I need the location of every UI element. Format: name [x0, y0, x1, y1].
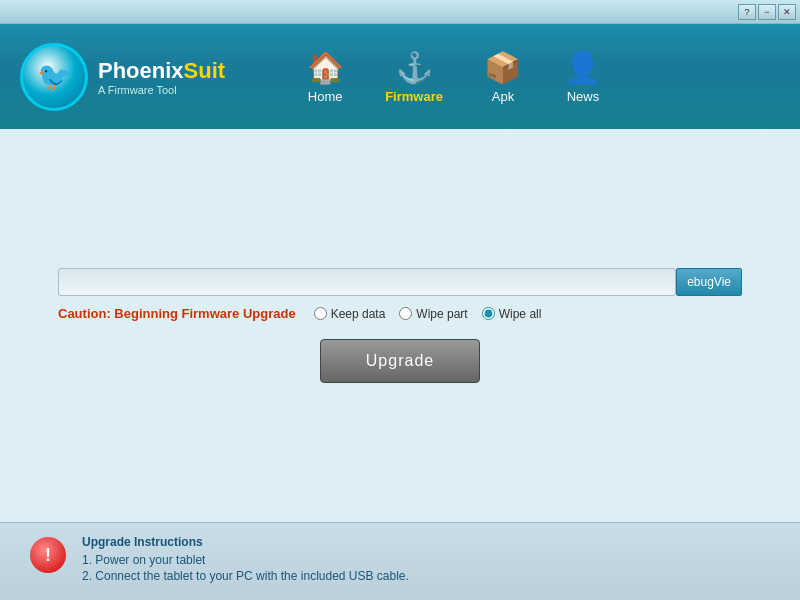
- info-line-1: 1. Power on your tablet: [82, 553, 409, 567]
- info-line-2: 2. Connect the tablet to your PC with th…: [82, 569, 409, 583]
- logo-area: 🐦 PhoenixSuit A Firmware Tool: [20, 43, 225, 111]
- nav-firmware[interactable]: ⚓ Firmware: [365, 42, 463, 112]
- wipe-options: Keep data Wipe part Wipe all: [314, 307, 542, 321]
- wipe-part-radio[interactable]: [399, 307, 412, 320]
- nav-news[interactable]: 👤 News: [543, 42, 623, 112]
- brand-suit: Suit: [184, 58, 226, 83]
- news-icon: 👤: [564, 50, 601, 85]
- nav-home-label: Home: [308, 89, 343, 104]
- home-icon: 🏠: [307, 50, 344, 85]
- info-title: Upgrade Instructions: [82, 535, 409, 549]
- firmware-input-row: ebugVie: [58, 268, 742, 296]
- nav-home[interactable]: 🏠 Home: [285, 42, 365, 112]
- keep-data-label: Keep data: [331, 307, 386, 321]
- wipe-part-label: Wipe part: [416, 307, 467, 321]
- logo-icon: 🐦: [20, 43, 88, 111]
- close-button[interactable]: ✕: [778, 4, 796, 20]
- options-row: Caution: Beginning Firmware Upgrade Keep…: [58, 306, 742, 321]
- logo-text: PhoenixSuit A Firmware Tool: [98, 58, 225, 96]
- apk-icon: 📦: [484, 50, 521, 85]
- bottom-panel: ! Upgrade Instructions 1. Power on your …: [0, 522, 800, 600]
- info-icon: !: [30, 537, 66, 573]
- nav-news-label: News: [567, 89, 600, 104]
- info-icon-symbol: !: [45, 545, 51, 566]
- header: 🐦 PhoenixSuit A Firmware Tool 🏠 Home ⚓ F…: [0, 24, 800, 129]
- nav-bar: 🏠 Home ⚓ Firmware 📦 Apk 👤 News: [285, 42, 780, 112]
- title-bar: ? − ✕: [0, 0, 800, 24]
- wipe-all-radio[interactable]: [482, 307, 495, 320]
- upgrade-button[interactable]: Upgrade: [320, 339, 480, 383]
- help-button[interactable]: ?: [738, 4, 756, 20]
- nav-apk[interactable]: 📦 Apk: [463, 42, 543, 112]
- keep-data-radio[interactable]: [314, 307, 327, 320]
- wipe-all-label: Wipe all: [499, 307, 542, 321]
- debug-view-button[interactable]: ebugVie: [676, 268, 742, 296]
- brand-name: PhoenixSuit: [98, 58, 225, 84]
- caution-label: Caution: Beginning Firmware Upgrade: [58, 306, 296, 321]
- firmware-path-input[interactable]: [58, 268, 676, 296]
- logo-bird-icon: 🐦: [37, 63, 72, 91]
- wipe-part-option[interactable]: Wipe part: [399, 307, 467, 321]
- wipe-all-option[interactable]: Wipe all: [482, 307, 542, 321]
- main-content: ebugVie Caution: Beginning Firmware Upgr…: [0, 129, 800, 522]
- nav-firmware-label: Firmware: [385, 89, 443, 104]
- keep-data-option[interactable]: Keep data: [314, 307, 386, 321]
- brand-phoenix: Phoenix: [98, 58, 184, 83]
- anchor-icon: ⚓: [396, 50, 433, 85]
- minimize-button[interactable]: −: [758, 4, 776, 20]
- nav-apk-label: Apk: [492, 89, 514, 104]
- info-text-area: Upgrade Instructions 1. Power on your ta…: [82, 535, 409, 585]
- brand-subtitle: A Firmware Tool: [98, 84, 225, 96]
